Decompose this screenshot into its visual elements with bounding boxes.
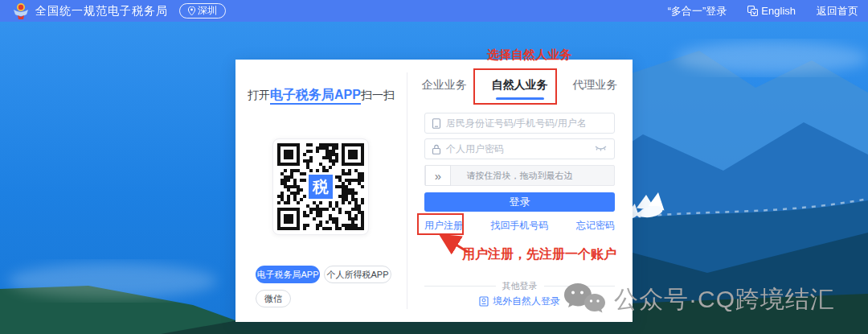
toggle-password-visibility[interactable] [595,146,607,153]
annotation-select-tab-note: 选择自然人业务 [487,47,571,63]
english-link[interactable]: English [747,5,796,17]
forgot-password-link[interactable]: 忘记密码 [576,219,615,233]
etax-app-button[interactable]: 电子税务局APP [256,266,320,283]
location-pin-icon [188,6,195,15]
watermark: 公众号·CQ跨境结汇 [563,282,835,317]
tab-enterprise[interactable]: 企业业务 [407,71,482,98]
annotation-tab-highlight-box [473,68,557,105]
annotation-register-note: 用户注册，先注册一个账户 [462,246,616,263]
tab-agent[interactable]: 代理业务 [557,71,633,98]
topbar: 全国统一规范电子税务局 深圳 “多合一”登录 English 返回首页 [0,0,868,22]
english-label: English [761,5,796,17]
id-card-icon [432,118,441,129]
etax-app-link[interactable]: 电子税务局APP [270,88,361,105]
scan-prefix: 打开 [248,89,270,101]
double-chevron-icon: » [435,169,441,183]
recover-phone-link[interactable]: 找回手机号码 [491,219,549,233]
annotation-register-highlight-box [417,213,464,235]
wechat-button[interactable]: 微信 [256,290,291,307]
username-field-wrap [424,113,615,134]
watermark-text: 公众号·CQ跨境结汇 [614,283,835,316]
wechat-icon [563,282,606,317]
translate-icon [747,6,758,16]
qr-canvas [277,143,364,230]
overseas-login-label: 境外自然人登录 [493,295,560,308]
scan-suffix: 扫一扫 [361,89,395,101]
location-label: 深圳 [198,4,217,18]
back-home-link[interactable]: 返回首页 [817,4,858,19]
scan-title: 打开电子税务局APP扫一扫 [235,87,407,104]
tax-emblem-icon [13,2,29,20]
slider-handle[interactable]: » [425,165,451,186]
lock-icon [432,144,441,155]
app-title: 全国统一规范电子税务局 [35,4,168,19]
eye-closed-icon [595,146,607,153]
captcha-slider-track[interactable]: 请按住滑块，拖动到最右边 » [424,165,615,186]
login-button[interactable]: 登录 [424,192,615,212]
slider-hint: 请按住滑块，拖动到最右边 [425,166,614,185]
passport-icon [479,296,489,307]
panel-divider [407,72,407,309]
qr-code [272,138,369,235]
multi-login-link[interactable]: “多合一”登录 [668,4,727,19]
location-selector[interactable]: 深圳 [179,3,226,19]
username-input[interactable] [446,118,614,129]
personal-tax-app-button[interactable]: 个人所得税APP [324,266,391,283]
password-input[interactable] [446,143,595,155]
password-field-wrap [424,138,615,159]
